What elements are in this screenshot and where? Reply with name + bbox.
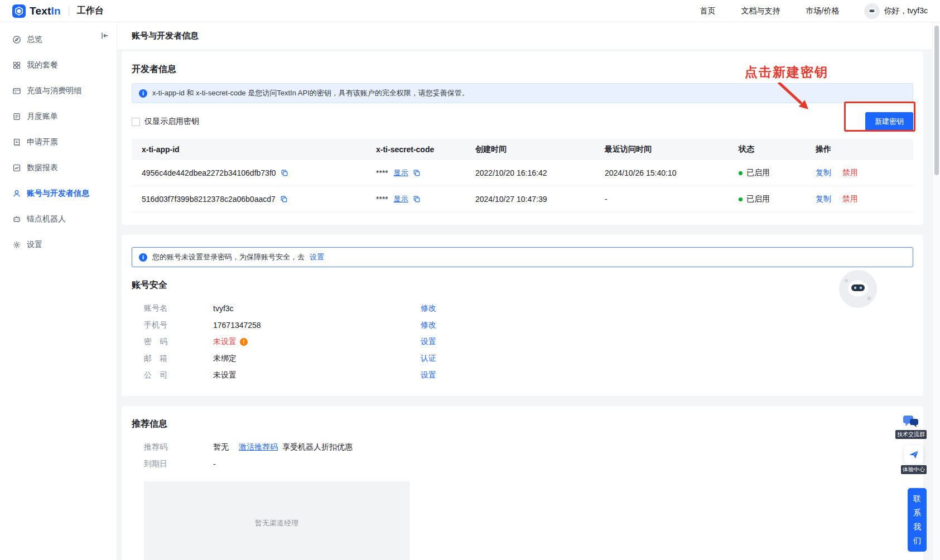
contact-us-button[interactable]: 联系我们 [908, 488, 927, 552]
referral-card-title: 推荐信息 [132, 418, 913, 430]
user-menu[interactable]: 你好，tvyf3c [865, 4, 928, 18]
copy-icon[interactable] [413, 169, 421, 177]
developer-info-card: 开发者信息 i x-ti-app-id 和 x-ti-secret-code 是… [122, 51, 923, 225]
robot-icon [12, 215, 21, 224]
sidebar-item-packages[interactable]: 我的套餐 [0, 52, 117, 78]
experience-center-label: 体验中心 [901, 465, 927, 474]
set-password-link[interactable]: 设置 [421, 337, 436, 347]
header-last-access: 最近访问时间 [595, 144, 729, 155]
modify-account-name-link[interactable]: 修改 [421, 303, 436, 313]
sidebar-item-label: 申请开票 [27, 137, 58, 147]
account-icon [12, 189, 21, 198]
api-key-notice-banner: i x-ti-app-id 和 x-ti-secret-code 是您访问Tex… [132, 83, 913, 103]
user-greeting: 你好，tvyf3c [884, 6, 928, 16]
field-row-account-name: 账号名 tvyf3c 修改 [132, 300, 913, 317]
bill-icon [12, 112, 21, 121]
header-created: 创建时间 [465, 144, 595, 155]
header-operations: 操作 [806, 144, 913, 155]
modify-phone-link[interactable]: 修改 [421, 320, 436, 330]
sidebar-item-label: 数据报表 [27, 163, 58, 173]
field-label: 推荐码 [144, 442, 213, 452]
secret-masked: **** [376, 168, 388, 177]
referral-code-row: 推荐码 暂无 激活推荐码 享受机器人折扣优惠 [132, 439, 913, 456]
show-secret-link[interactable]: 显示 [394, 194, 408, 204]
channel-manager-empty-box: 暂无渠道经理 [144, 481, 409, 560]
password-notice-text: 您的账号未设置登录密码，为保障账号安全，去 [152, 252, 305, 262]
expiry-date-value: - [213, 460, 216, 469]
scrollbar-thumb[interactable] [934, 26, 939, 175]
created-time: 2022/10/20 16:16:42 [465, 168, 595, 177]
topbar-divider [69, 6, 69, 16]
expiry-date-row: 到期日 - [132, 456, 913, 472]
chat-bubbles-icon [903, 414, 919, 429]
status-dot [739, 197, 743, 201]
field-label: 公 司 [144, 370, 213, 380]
sidebar-item-recharge-details[interactable]: 充值与消费明细 [0, 78, 117, 104]
experience-center-widget[interactable]: 体验中心 [901, 445, 927, 474]
sidebar-item-monthly-bill[interactable]: 月度账单 [0, 104, 117, 129]
set-company-link[interactable]: 设置 [421, 370, 436, 380]
logo[interactable]: TextIn [12, 4, 61, 18]
invoice-icon [12, 138, 21, 147]
field-label: 密 码 [144, 337, 213, 347]
sidebar-item-invoice[interactable]: 申请开票 [0, 129, 117, 155]
sidebar-item-anchor-robot[interactable]: 锚点机器人 [0, 206, 117, 232]
status-dot [739, 171, 743, 175]
sidebar-item-data-report[interactable]: 数据报表 [0, 155, 117, 181]
sidebar-item-account-developer[interactable]: 账号与开发者信息 [0, 181, 117, 206]
sidebar-item-label: 月度账单 [27, 112, 58, 122]
show-secret-link[interactable]: 显示 [394, 168, 408, 178]
sidebar-item-overview[interactable]: 总览 [0, 27, 117, 52]
page-header: 账号与开发者信息 [117, 22, 940, 49]
scrollbar-track[interactable] [932, 22, 940, 560]
copy-icon[interactable] [413, 195, 421, 203]
copy-icon[interactable] [280, 195, 288, 203]
page-title: 账号与开发者信息 [132, 31, 199, 41]
wallet-icon [12, 86, 21, 95]
settings-gear-icon [12, 240, 21, 249]
field-row-phone: 手机号 17671347258 修改 [132, 317, 913, 334]
sidebar-item-label: 我的套餐 [27, 60, 58, 70]
nav-home[interactable]: 首页 [700, 6, 716, 16]
workspace-label: 工作台 [77, 5, 104, 17]
api-keys-table: x-ti-app-id x-ti-secret-code 创建时间 最近访问时间… [132, 139, 913, 213]
verify-email-link[interactable]: 认证 [421, 354, 436, 364]
last-access-time: - [595, 195, 729, 204]
channel-manager-empty-text: 暂无渠道经理 [255, 518, 298, 528]
new-key-button[interactable]: 新建密钥 [865, 112, 913, 131]
nav-docs-support[interactable]: 文档与支持 [741, 6, 780, 16]
sidebar-collapse-icon[interactable] [100, 31, 109, 40]
sidebar: 总览 我的套餐 充值与消费明细 月度账单 申请开票 数据报表 账号与开发者信息 … [0, 22, 117, 560]
table-row: 4956c4de442dbea2272b34106dfb73f0 **** 显示… [132, 160, 913, 186]
sidebar-item-settings[interactable]: 设置 [0, 232, 117, 258]
robot-avatar [838, 269, 878, 308]
password-setup-link[interactable]: 设置 [310, 252, 324, 262]
created-time: 2024/10/27 10:47:39 [465, 195, 595, 204]
copy-action-link[interactable]: 复制 [816, 194, 831, 204]
tech-group-widget[interactable]: 技术交流群 [895, 414, 927, 439]
referral-code-value: 暂无 [213, 442, 229, 452]
disable-action-link[interactable]: 禁用 [842, 194, 858, 204]
header-secret: x-ti-secret-code [366, 145, 465, 154]
sidebar-item-label: 账号与开发者信息 [27, 189, 89, 199]
info-icon: i [139, 89, 147, 98]
developer-card-title: 开发者信息 [132, 64, 913, 75]
secret-masked: **** [376, 195, 388, 204]
sidebar-item-label: 充值与消费明细 [27, 86, 81, 96]
enabled-keys-filter[interactable]: 仅显示启用密钥 [132, 117, 199, 127]
activate-referral-link[interactable]: 激活推荐码 [239, 442, 278, 452]
report-icon [12, 163, 21, 172]
field-row-password: 密 码 未设置 ! 设置 [132, 334, 913, 350]
copy-icon[interactable] [281, 169, 288, 177]
api-key-notice-text: x-ti-app-id 和 x-ti-secret-code 是您访问TextI… [152, 88, 469, 98]
table-header-row: x-ti-app-id x-ti-secret-code 创建时间 最近访问时间… [132, 139, 913, 160]
info-icon: i [139, 253, 147, 262]
disable-action-link[interactable]: 禁用 [842, 168, 858, 178]
last-access-time: 2024/10/26 15:40:10 [595, 168, 729, 177]
logo-text: TextIn [30, 5, 61, 17]
copy-action-link[interactable]: 复制 [816, 168, 831, 178]
enabled-keys-checkbox[interactable] [132, 118, 140, 126]
sidebar-item-label: 设置 [27, 240, 42, 250]
header-app-id: x-ti-app-id [132, 145, 366, 154]
nav-market-pricing[interactable]: 市场/价格 [806, 6, 840, 16]
